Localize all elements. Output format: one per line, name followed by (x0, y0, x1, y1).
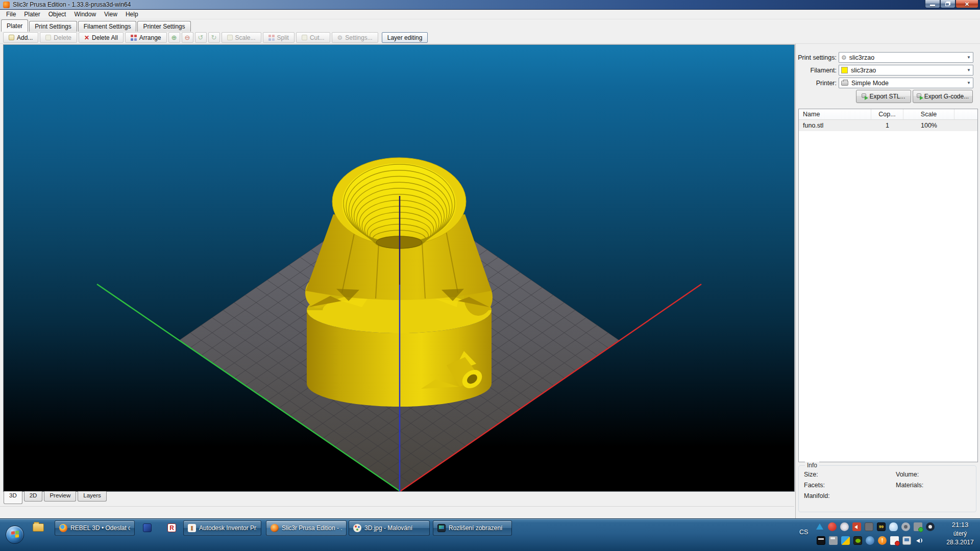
menu-file[interactable]: File (2, 10, 20, 19)
filament-select[interactable]: slic3rzao ▼ (839, 65, 973, 76)
viewport-3d[interactable] (3, 44, 795, 492)
usb-safely-remove-icon[interactable] (914, 522, 922, 531)
utility-icon[interactable] (865, 522, 873, 531)
viewport-tab-bar: 3D 2D Preview Layers (4, 491, 108, 506)
arrange-button[interactable]: Arrange (125, 32, 167, 43)
add-button[interactable]: Add... (3, 32, 38, 43)
tab-plater[interactable]: Plater (1, 19, 28, 32)
delete-icon (45, 35, 51, 40)
menu-plater[interactable]: Plater (20, 10, 44, 19)
title-bar[interactable]: Slic3r Prusa Edition - 1.33.8-prusa3d-wi… (0, 0, 980, 10)
table-row[interactable]: funo.stl 1 100% (799, 120, 977, 131)
increase-copies-button[interactable]: ⊕ (168, 32, 180, 43)
menu-help[interactable]: Help (121, 10, 142, 19)
paint-icon (353, 524, 361, 532)
taskbar-button-paint[interactable]: 3D.jpg - Malování (349, 520, 430, 536)
printer-label: Printer: (796, 80, 837, 87)
swirl-app-icon[interactable] (840, 522, 849, 531)
taskbar-button-slic3r[interactable]: Slic3r Prusa Edition - ... (266, 520, 347, 536)
tab-print-settings[interactable]: Print Settings (29, 21, 77, 32)
objects-table: Name Cop... Scale funo.stl 1 100% (798, 109, 978, 462)
status-bar (0, 506, 794, 518)
model-funo-stl (305, 158, 493, 407)
column-scale: Scale (903, 109, 954, 119)
export-icon (862, 93, 868, 99)
inventor-icon: I (188, 524, 196, 532)
gear-icon: ⚙ (841, 54, 847, 61)
nvidia-icon[interactable] (853, 536, 862, 545)
audio-app-icon[interactable] (852, 522, 861, 531)
print-settings-select[interactable]: ⚙ slic3rzao ▼ (839, 52, 973, 63)
chevron-down-icon: ▼ (965, 68, 973, 72)
cut-icon (302, 35, 307, 40)
steam-icon[interactable] (926, 522, 935, 531)
taskbar-button-display-settings[interactable]: Rozlišení zobrazení (433, 520, 512, 536)
rotate-ccw-button[interactable]: ↺ (195, 32, 207, 43)
taskbar-button-inventor[interactable]: I Autodesk Inventor Pr... (183, 520, 261, 536)
media-player-icon[interactable] (901, 522, 910, 531)
kmplayer-icon[interactable] (143, 523, 152, 532)
menu-object[interactable]: Object (44, 10, 70, 19)
viewport-tab-2d[interactable]: 2D (24, 491, 43, 502)
autodesk-icon[interactable] (816, 522, 824, 531)
taskbar-clock[interactable]: 21:13 úterý 28.3.2017 (942, 521, 978, 546)
menu-window[interactable]: Window (70, 10, 100, 19)
warning-icon[interactable]: ! (878, 536, 887, 545)
tab-printer-settings[interactable]: Printer Settings (137, 21, 190, 32)
windows-update-icon[interactable] (841, 536, 850, 545)
main-tab-bar: Plater Print Settings Filament Settings … (1, 19, 980, 32)
info-facets-label: Facets: (804, 482, 896, 489)
printer-select[interactable]: Simple Mode ▼ (839, 78, 973, 88)
volume-icon[interactable] (915, 536, 923, 545)
plus-icon: ⊕ (172, 34, 177, 41)
menu-view[interactable]: View (100, 10, 121, 19)
network-globe-icon[interactable] (866, 536, 874, 545)
antivirus-icon[interactable] (828, 522, 837, 531)
monitor-badge-icon[interactable]: 99 (877, 522, 886, 531)
window-title: Slic3r Prusa Edition - 1.33.8-prusa3d-wi… (13, 1, 131, 8)
column-copies: Cop... (871, 109, 903, 119)
export-stl-button[interactable]: Export STL... (856, 90, 911, 103)
info-manifold-label: Manifold: (804, 492, 896, 499)
network-icon[interactable] (902, 536, 911, 545)
rotate-ccw-icon: ↺ (198, 34, 204, 41)
clock-date: 28.3.2017 (942, 539, 978, 546)
export-icon (917, 93, 923, 99)
viewport-tab-3d[interactable]: 3D (4, 491, 22, 504)
start-button[interactable] (6, 525, 24, 544)
scale-icon (227, 35, 233, 40)
display-settings-icon (437, 524, 446, 532)
split-button[interactable]: Split (263, 32, 295, 43)
printer-tray-icon[interactable] (829, 536, 838, 545)
taskbar-button-rebel3d[interactable]: REBEL 3D • Odeslat o... (55, 520, 135, 536)
export-gcode-button[interactable]: Export G-code... (913, 90, 973, 103)
explorer-icon[interactable] (33, 523, 44, 532)
filament-label: Filament: (796, 67, 837, 74)
objects-table-header[interactable]: Name Cop... Scale (799, 109, 977, 120)
viewport-tab-preview[interactable]: Preview (44, 491, 76, 502)
delete-all-button[interactable]: ✕ Delete All (79, 32, 124, 43)
plater-toolbar: Add... Delete ✕ Delete All Arrange ⊕ ⊖ ↺… (0, 32, 980, 44)
scene-3d (4, 45, 794, 491)
tab-filament-settings[interactable]: Filament Settings (78, 21, 137, 32)
restore-button[interactable] (940, 0, 955, 8)
printer-icon (841, 81, 848, 86)
r-app-icon[interactable]: R (167, 523, 176, 532)
minimize-button[interactable] (925, 0, 940, 8)
object-copies: 1 (871, 122, 903, 129)
language-indicator[interactable]: CS (799, 529, 813, 536)
viewport-tab-layers[interactable]: Layers (78, 491, 107, 502)
cut-button[interactable]: Cut... (296, 32, 330, 43)
rotate-cw-icon: ↻ (211, 34, 217, 41)
scale-button[interactable]: Scale... (222, 32, 261, 43)
layer-editing-button[interactable]: Layer editing (382, 32, 428, 43)
onedrive-icon[interactable] (889, 522, 898, 531)
info-size-label: Size: (804, 471, 896, 478)
decrease-copies-button[interactable]: ⊖ (182, 32, 193, 43)
delete-button[interactable]: Delete (40, 32, 77, 43)
settings-button[interactable]: ⚙ Settings... (332, 32, 378, 43)
close-button[interactable]: ✕ (955, 0, 978, 8)
keyboard-icon[interactable] (817, 536, 825, 545)
action-center-flag-icon[interactable] (890, 536, 899, 545)
rotate-cw-button[interactable]: ↻ (208, 32, 220, 43)
